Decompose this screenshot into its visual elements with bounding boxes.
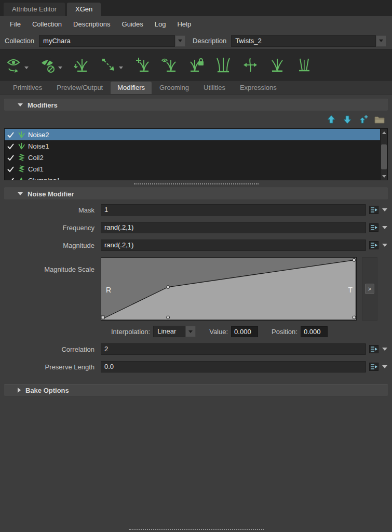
menu-collection[interactable]: Collection — [26, 16, 67, 32]
update-primitives-icon — [74, 57, 89, 73]
sculpt-guides-button[interactable] — [215, 57, 231, 73]
modifiers-section-title: Modifiers — [28, 101, 58, 109]
list-item-noise2[interactable]: Noise2 — [5, 129, 380, 140]
move-modifier-up-button[interactable] — [326, 114, 337, 125]
list-item-clumping1[interactable]: Clumping1 — [5, 175, 380, 180]
position-input[interactable]: 0.000 — [301, 326, 328, 337]
chevron-down-icon — [24, 66, 29, 69]
scroll-up-button[interactable] — [381, 129, 387, 136]
frequency-input[interactable]: rand(.2,1) — [101, 222, 366, 233]
tab-attribute-editor-label: Attribute Editor — [12, 5, 57, 13]
magnitude-options-button[interactable] — [382, 244, 388, 247]
tab-primitives[interactable]: Primitives — [6, 82, 49, 94]
pane-splitter[interactable] — [0, 180, 392, 188]
guide-display-button[interactable] — [161, 57, 177, 73]
tab-xgen[interactable]: XGen — [67, 3, 101, 16]
mask-input[interactable]: 1 — [101, 204, 366, 216]
interpolation-dropdown[interactable]: Linear — [153, 326, 196, 337]
magnitude-scale-label: Magnitude Scale — [4, 257, 101, 273]
magnitude-input[interactable]: rand(.2,1) — [101, 240, 366, 251]
add-guide-icon — [134, 57, 150, 73]
tab-xgen-label: XGen — [75, 5, 92, 13]
expression-icon — [369, 241, 379, 249]
ramp-svg[interactable]: R T — [101, 258, 356, 320]
ramp-expand-button[interactable]: > — [365, 284, 374, 294]
list-item-label: Coil2 — [28, 154, 44, 162]
correlation-options-button[interactable] — [382, 348, 388, 351]
correlation-label: Correlation — [4, 345, 101, 353]
bake-options-section-header[interactable]: Bake Options — [4, 384, 388, 396]
tab-modifiers[interactable]: Modifiers — [111, 82, 152, 94]
modifiers-section-header[interactable]: Modifiers — [4, 99, 388, 111]
add-guide-button[interactable] — [134, 57, 150, 73]
clear-preview-button[interactable] — [101, 57, 123, 73]
refresh-preview-button[interactable] — [6, 57, 29, 73]
checkbox-checked-icon[interactable] — [7, 131, 15, 139]
collection-dropdown-button[interactable] — [175, 35, 185, 47]
mask-options-button[interactable] — [382, 208, 388, 211]
chevron-down-icon — [382, 348, 387, 351]
collection-dropdown[interactable]: myChara — [39, 35, 185, 47]
list-item-label: Clumping1 — [28, 177, 60, 181]
magnitude-scale-ramp[interactable]: R T — [101, 257, 357, 321]
menu-guides[interactable]: Guides — [116, 16, 149, 32]
modifier-list[interactable]: Noise2 Noise1 Coil2 — [4, 128, 388, 180]
correlation-expression-button[interactable] — [369, 345, 379, 353]
update-primitives-button[interactable] — [74, 57, 89, 73]
correlation-input[interactable]: 2 — [101, 343, 366, 355]
frequency-expression-button[interactable] — [369, 223, 379, 232]
mask-expression-button[interactable] — [369, 206, 379, 214]
preserve-length-input[interactable]: 0.0 — [101, 361, 366, 373]
noise-modifier-section-title: Noise Modifier — [28, 190, 74, 198]
checkbox-checked-icon[interactable] — [7, 165, 15, 173]
splitter-dots — [129, 529, 264, 530]
description-label: Description — [193, 37, 226, 45]
tab-attribute-editor[interactable]: Attribute Editor — [4, 3, 65, 16]
preserve-length-expression-button[interactable] — [369, 363, 379, 371]
chevron-down-icon — [178, 39, 182, 42]
menu-file[interactable]: File — [4, 16, 26, 32]
add-modifier-button[interactable] — [358, 114, 369, 125]
noise-modifier-section-header[interactable]: Noise Modifier — [4, 188, 388, 200]
description-dropdown-button[interactable] — [376, 35, 386, 47]
preserve-length-options-button[interactable] — [382, 365, 388, 368]
magnitude-expression-button[interactable] — [369, 241, 379, 249]
list-item-coil2[interactable]: Coil2 — [5, 152, 380, 163]
sculpt-guides-icon — [215, 57, 231, 73]
mask-field-row: Mask 1 — [0, 204, 392, 216]
collapse-arrow-icon — [18, 388, 21, 393]
import-modifier-button[interactable] — [374, 114, 385, 125]
scrollbar-thumb[interactable] — [381, 144, 387, 169]
menu-descriptions[interactable]: Descriptions — [67, 16, 116, 32]
lock-guide-button[interactable] — [188, 57, 204, 73]
list-item-noise1[interactable]: Noise1 — [5, 140, 380, 152]
hide-preview-button[interactable] — [40, 57, 62, 73]
coil-modifier-icon — [18, 154, 25, 161]
bottom-pane-splitter[interactable] — [0, 529, 392, 530]
frequency-options-button[interactable] — [382, 226, 388, 229]
tab-utilities[interactable]: Utilities — [197, 82, 232, 94]
interpolation-label: Interpolation: — [111, 328, 150, 336]
checkbox-checked-icon[interactable] — [7, 177, 15, 181]
list-scrollbar[interactable] — [380, 129, 387, 180]
tab-expressions[interactable]: Expressions — [233, 82, 283, 94]
checkbox-checked-icon[interactable] — [7, 154, 15, 162]
noise-modifier-icon — [18, 142, 25, 150]
modifier-list-toolbar — [0, 111, 392, 127]
scroll-down-button[interactable] — [381, 172, 387, 180]
menu-log[interactable]: Log — [149, 16, 172, 32]
description-dropdown[interactable]: Twists_2 — [231, 35, 386, 47]
hide-preview-eye-icon — [40, 57, 56, 73]
magnitude-scale-row: Magnitude Scale R T > — [0, 257, 392, 321]
interpolation-dropdown-button[interactable] — [185, 326, 196, 337]
density-brush-button[interactable] — [269, 57, 285, 73]
checkbox-checked-icon[interactable] — [7, 142, 15, 150]
list-item-coil1[interactable]: Coil1 — [5, 163, 380, 175]
value-input[interactable]: 0.000 — [231, 326, 258, 337]
guide-width-button[interactable] — [242, 57, 258, 73]
region-outline-button[interactable] — [296, 57, 312, 73]
move-modifier-down-button[interactable] — [342, 114, 353, 125]
menu-help[interactable]: Help — [171, 16, 197, 32]
tab-preview-output[interactable]: Preview/Output — [50, 82, 110, 94]
tab-grooming[interactable]: Grooming — [153, 82, 196, 94]
